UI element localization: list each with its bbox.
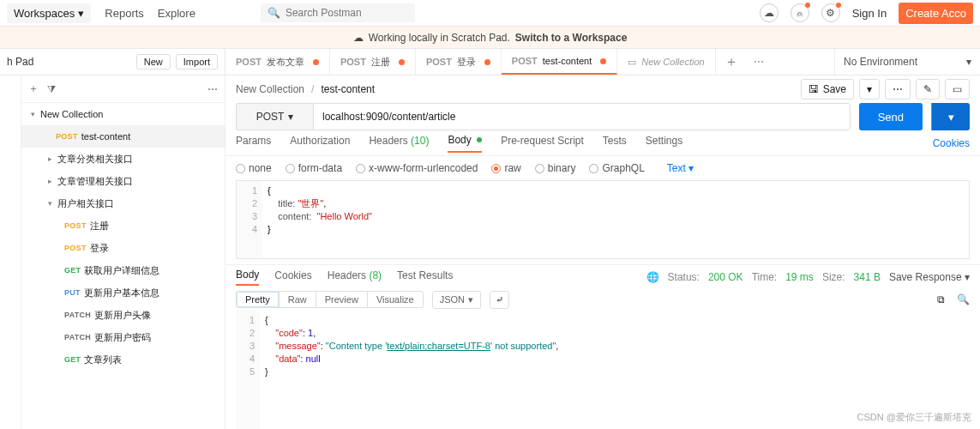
tab-body[interactable]: Body [448, 134, 482, 153]
cookies-link[interactable]: Cookies [933, 137, 970, 149]
method-badge: POST [64, 244, 87, 252]
sidebar-folder-category[interactable]: ▸ 文章分类相关接口 [21, 148, 225, 170]
wrap-button[interactable]: ⤶ [490, 291, 509, 309]
filter-icon[interactable]: ⧩ [47, 83, 56, 95]
search-placeholder: Search Postman [286, 7, 362, 19]
body-lang-select[interactable]: Text ▾ [667, 162, 694, 174]
chevron-down-icon: ▾ [78, 7, 84, 20]
edit-icon[interactable]: ✎ [916, 79, 940, 100]
collection-label: New Collection [40, 109, 103, 119]
resp-tab-results[interactable]: Test Results [397, 269, 453, 285]
url-input[interactable]: localhost:9090/content/article [313, 103, 851, 130]
watermark: CSDN @爱你三千遍斯塔克 [857, 411, 971, 424]
tab-tests[interactable]: Tests [603, 135, 627, 152]
status-value: 200 OK [708, 271, 743, 283]
resp-gutter: 12345 [236, 311, 260, 429]
tab-headers[interactable]: Headers (10) [369, 135, 429, 152]
tab-method: POST [340, 57, 366, 67]
radio-raw[interactable]: raw [491, 162, 520, 174]
method-badge: PUT [64, 288, 81, 297]
sidebar-item-article-list[interactable]: GET 文章列表 [21, 348, 225, 371]
tab-publish-article[interactable]: POST 发布文章 [225, 49, 330, 75]
create-account-button[interactable]: Create Acco [899, 3, 973, 24]
search-input[interactable]: 🔍 Search Postman [261, 3, 415, 22]
save-icon: 🖫 [809, 83, 819, 95]
save-label: Save [823, 83, 846, 95]
environment-select[interactable]: No Environment ▾ [834, 49, 980, 75]
radio-graphql[interactable]: GraphQL [589, 162, 644, 174]
time-value: 19 ms [785, 271, 814, 283]
tab-login[interactable]: POST 登录 [416, 49, 502, 75]
method-select[interactable]: POST ▾ [236, 103, 313, 130]
save-button[interactable]: 🖫 Save [801, 79, 854, 100]
radio-binary[interactable]: binary [535, 162, 576, 174]
radio-xwww[interactable]: x-www-form-urlencoded [356, 162, 478, 174]
settings-icon[interactable]: ⚙ [821, 3, 840, 22]
env-label: No Environment [844, 56, 917, 68]
signin-link[interactable]: Sign In [852, 7, 887, 20]
breadcrumb-parent[interactable]: New Collection [236, 83, 304, 95]
tab-overflow-button[interactable]: ⋯ [747, 49, 771, 75]
globe-icon[interactable]: 🌐 [646, 271, 659, 283]
workspaces-dropdown[interactable]: Workspaces ▾ [7, 3, 91, 23]
sidebar-folder-article-mgmt[interactable]: ▸ 文章管理相关接口 [21, 170, 225, 192]
search-in-response-icon[interactable]: 🔍 [957, 293, 970, 305]
resp-tab-cookies[interactable]: Cookies [274, 269, 311, 285]
invite-icon[interactable]: ⍝ [791, 3, 809, 22]
sidebar-item-user-update[interactable]: PUT 更新用户基本信息 [21, 281, 225, 304]
method-badge: POST [56, 132, 78, 141]
comment-icon[interactable]: ▭ [945, 79, 970, 100]
caret-down-icon: ▾ [28, 110, 37, 118]
new-button[interactable]: New [136, 54, 171, 69]
editor-gutter: 1234 [237, 181, 262, 258]
sidebar-item-test-content[interactable]: POST test-content [21, 125, 225, 148]
dirty-dot-icon [484, 59, 490, 65]
more-icon[interactable]: ⋯ [207, 83, 218, 95]
request-body-editor[interactable]: 1234 { title: "世界", content: "Hello Worl… [236, 180, 970, 259]
tab-authorization[interactable]: Authorization [290, 135, 350, 152]
sidebar-item-user-password[interactable]: PATCH 更新用户密码 [21, 326, 225, 348]
reports-link[interactable]: Reports [105, 7, 144, 20]
mode-visualize[interactable]: Visualize [368, 292, 423, 307]
tab-settings[interactable]: Settings [646, 135, 682, 152]
send-dropdown[interactable]: ▾ [931, 103, 970, 130]
save-dropdown[interactable]: ▾ [859, 79, 880, 100]
editor-code: { title: "世界", content: "Hello World" } [262, 181, 969, 258]
sidebar-item-login[interactable]: POST 登录 [21, 237, 225, 259]
mode-raw[interactable]: Raw [280, 292, 316, 307]
radio-form-data[interactable]: form-data [286, 162, 342, 174]
tab-params[interactable]: Params [236, 135, 271, 152]
item-label: 用户相关接口 [57, 197, 114, 210]
mode-preview[interactable]: Preview [316, 292, 368, 307]
item-label: 获取用户详细信息 [84, 264, 159, 277]
cloud-off-icon: ☁ [353, 32, 364, 44]
tab-prerequest[interactable]: Pre-request Script [501, 135, 584, 152]
resp-tab-body[interactable]: Body [236, 269, 259, 286]
chevron-down-icon: ▾ [468, 294, 473, 305]
radio-none[interactable]: none [236, 162, 272, 174]
tab-label: 注册 [371, 56, 390, 69]
sidebar-item-user-detail[interactable]: GET 获取用户详细信息 [21, 259, 225, 281]
explore-link[interactable]: Explore [158, 7, 195, 20]
import-button[interactable]: Import [176, 54, 218, 69]
resp-tab-headers[interactable]: Headers (8) [328, 269, 382, 285]
switch-workspace-link[interactable]: Switch to a Workspace [515, 32, 627, 44]
sidebar-item-register[interactable]: POST 注册 [21, 214, 225, 237]
format-select[interactable]: JSON ▾ [432, 291, 481, 309]
copy-icon[interactable]: ⧉ [937, 293, 945, 305]
tab-ghost-new-collection[interactable]: ▭ New Collection [617, 49, 715, 75]
tab-register[interactable]: POST 注册 [330, 49, 416, 75]
mode-pretty[interactable]: Pretty [237, 292, 280, 307]
body-label: Body [448, 134, 471, 146]
add-icon[interactable]: ＋ [28, 82, 39, 96]
add-tab-button[interactable]: ＋ [716, 49, 747, 75]
more-actions-button[interactable]: ⋯ [885, 79, 911, 100]
sidebar-item-user-avatar[interactable]: PATCH 更新用户头像 [21, 304, 225, 326]
save-response-dropdown[interactable]: Save Response ▾ [889, 271, 970, 283]
tab-test-content[interactable]: POST test-content [502, 49, 617, 75]
sync-icon[interactable]: ☁ [760, 3, 779, 22]
sidebar-collection[interactable]: ▾ New Collection [21, 103, 225, 125]
sidebar-folder-user[interactable]: ▾ 用户相关接口 [21, 192, 225, 214]
breadcrumb-separator: / [311, 83, 314, 95]
send-button[interactable]: Send [859, 103, 923, 130]
